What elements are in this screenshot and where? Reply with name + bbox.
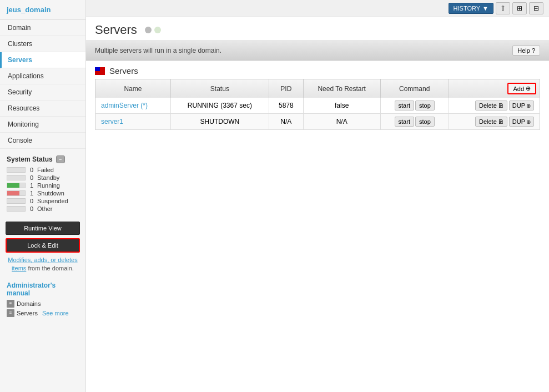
- sidebar-item-clusters[interactable]: Clusters: [0, 36, 85, 52]
- status-row-failed: 0Failed: [7, 167, 80, 173]
- help-button[interactable]: Help ?: [512, 46, 540, 56]
- status-label-other: Other: [37, 205, 53, 212]
- sidebar-item-servers[interactable]: Servers: [0, 52, 85, 68]
- server-need-restart-cell: N/A: [303, 114, 380, 130]
- server-name-link[interactable]: server1: [101, 118, 123, 125]
- admin-link-domains-label: Domains: [17, 300, 41, 307]
- status-label-suspended: Suspended: [37, 198, 68, 204]
- status-count-other: 0: [28, 205, 33, 212]
- del-dup-wrap: Delete 🖹DUP ⊕: [455, 117, 534, 127]
- add-plus-icon: ⊕: [526, 85, 531, 92]
- servers-tbody: adminServer (*)RUNNING (3367 sec)5878fal…: [95, 98, 540, 130]
- status-row-other: 0Other: [7, 205, 80, 212]
- admin-link-domains[interactable]: ≡ Domains: [7, 300, 80, 308]
- status-count-shutdown: 1: [28, 190, 33, 197]
- toolbar-icon-2[interactable]: ⊞: [512, 2, 527, 14]
- col-pid: PID: [269, 79, 303, 98]
- server-command-cell: startstop: [380, 98, 449, 114]
- system-status-title: System Status −: [7, 155, 80, 163]
- server-actions-cell: Delete 🖹DUP ⊕: [449, 98, 540, 114]
- sidebar-item-monitoring[interactable]: Monitoring: [0, 117, 85, 133]
- status-label-standby: Standby: [37, 174, 59, 181]
- start-button[interactable]: start: [395, 117, 414, 127]
- stop-button[interactable]: stop: [415, 100, 435, 110]
- table-row: adminServer (*)RUNNING (3367 sec)5878fal…: [95, 98, 540, 114]
- sidebar-item-console[interactable]: Console: [0, 133, 85, 149]
- status-bar-running: [7, 183, 26, 188]
- status-label-failed: Failed: [37, 167, 54, 173]
- system-status-label: System Status: [7, 155, 53, 163]
- server-status-cell: RUNNING (3367 sec): [170, 98, 269, 114]
- table-header-row: Name Status PID Need To Restart Command …: [95, 79, 540, 98]
- status-bar-suspended: [7, 198, 26, 204]
- admin-title: Administrator's manual: [7, 282, 80, 297]
- servers-table-wrap: Name Status PID Need To Restart Command …: [86, 79, 549, 130]
- server-status-cell: SHUTDOWN: [170, 114, 269, 130]
- history-button[interactable]: HISTORY ▼: [449, 3, 493, 14]
- add-server-button[interactable]: Add ⊕: [507, 83, 536, 94]
- section-title: Servers: [109, 66, 138, 76]
- delete-button[interactable]: Delete 🖹: [475, 100, 507, 110]
- add-label: Add: [513, 86, 524, 92]
- runtime-view-button[interactable]: Runtime View: [6, 222, 80, 235]
- start-button[interactable]: start: [395, 100, 414, 110]
- system-status-toggle[interactable]: −: [56, 155, 65, 163]
- status-bar-failed: [7, 167, 26, 173]
- sidebar-item-domain[interactable]: Domain: [0, 20, 85, 36]
- delete-button[interactable]: Delete 🖹: [475, 117, 507, 127]
- lock-edit-button[interactable]: Lock & Edit: [6, 238, 80, 253]
- status-bar-other: [7, 206, 26, 212]
- sidebar-item-applications[interactable]: Applications: [0, 68, 85, 84]
- from-domain-text: from the domain.: [28, 265, 74, 272]
- history-arrow-icon: ▼: [482, 5, 488, 12]
- status-count-standby: 0: [28, 174, 33, 181]
- table-row: server1SHUTDOWNN/AN/AstartstopDelete 🖹DU…: [95, 114, 540, 130]
- dot-gray: [145, 27, 152, 33]
- doc-icon-domains: ≡: [7, 300, 14, 308]
- history-label: HISTORY: [454, 5, 481, 12]
- page-header: Servers: [86, 17, 549, 41]
- help-label: Help: [517, 47, 530, 54]
- admin-section: Administrator's manual ≡ Domains ≡ Serve…: [0, 276, 85, 321]
- page-title: Servers: [95, 23, 137, 37]
- status-bar-shutdown: [7, 190, 26, 196]
- info-text: Multiple servers will run in a single do…: [95, 47, 221, 54]
- server-name-link[interactable]: adminServer (*): [101, 102, 148, 109]
- see-more-link[interactable]: See more: [42, 310, 69, 316]
- toolbar-icon-1[interactable]: ⇧: [496, 2, 510, 14]
- server-command-cell: startstop: [380, 114, 449, 130]
- status-count-running: 1: [28, 182, 33, 189]
- sidebar-item-resources[interactable]: Resources: [0, 100, 85, 117]
- page-header-dots: [145, 27, 161, 33]
- main-content: HISTORY ▼ ⇧ ⊞ ⊟ Servers Multiple servers…: [86, 0, 549, 392]
- status-count-failed: 0: [28, 167, 33, 173]
- status-rows: 0Failed0Standby1Running1Shutdown0Suspend…: [7, 167, 80, 212]
- sidebar-item-security[interactable]: Security: [0, 84, 85, 100]
- stop-button[interactable]: stop: [415, 117, 435, 127]
- col-name: Name: [95, 79, 171, 98]
- top-toolbar: HISTORY ▼ ⇧ ⊞ ⊟: [86, 0, 549, 17]
- status-count-suspended: 0: [28, 198, 33, 204]
- col-command: Command: [380, 79, 449, 98]
- info-bar: Multiple servers will run in a single do…: [86, 41, 549, 61]
- col-status: Status: [170, 79, 269, 98]
- modifies-text: Modifies, adds, or deletes items from th…: [0, 256, 85, 276]
- status-label-running: Running: [37, 182, 60, 189]
- status-row-suspended: 0Suspended: [7, 198, 80, 204]
- admin-link-servers-label: Servers: [17, 310, 38, 316]
- status-row-running: 1Running: [7, 182, 80, 189]
- admin-link-servers[interactable]: ≡ Servers See more: [7, 309, 80, 317]
- servers-table: Name Status PID Need To Restart Command …: [95, 79, 540, 130]
- toolbar-icon-3[interactable]: ⊟: [529, 2, 543, 14]
- server-need-restart-cell: false: [303, 98, 380, 114]
- section-flag-icon: [95, 67, 105, 75]
- status-row-standby: 0Standby: [7, 174, 80, 181]
- server-pid-cell: N/A: [269, 114, 303, 130]
- server-actions-cell: Delete 🖹DUP ⊕: [449, 114, 540, 130]
- status-row-shutdown: 1Shutdown: [7, 190, 80, 197]
- section-header: Servers: [86, 61, 549, 79]
- system-status-section: System Status − 0Failed0Standby1Running1…: [0, 151, 85, 216]
- dup-button[interactable]: DUP ⊕: [509, 100, 534, 110]
- domain-name[interactable]: jeus_domain: [0, 0, 85, 20]
- dup-button[interactable]: DUP ⊕: [509, 117, 534, 127]
